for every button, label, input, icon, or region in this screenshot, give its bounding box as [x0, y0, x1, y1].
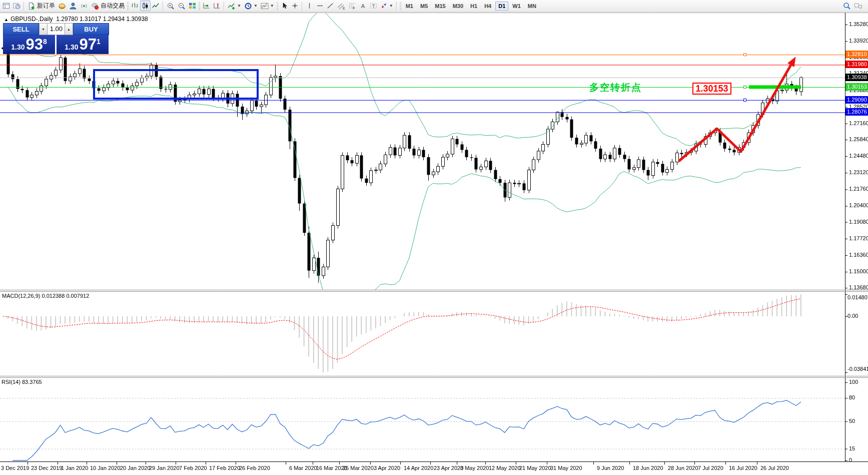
macd-axis-label: 0.014807 — [847, 294, 868, 300]
sell-price-display[interactable]: 1.30 93 8 — [3, 35, 55, 54]
chart-shift-button[interactable] — [212, 1, 222, 11]
timeframe-button-m5[interactable]: M5 — [417, 2, 431, 11]
sell-price-small: 1.30 — [11, 43, 25, 51]
text-button[interactable]: A — [358, 1, 368, 11]
volume-decrease-button[interactable]: ▼ — [39, 23, 48, 35]
caret-up-icon: ▲ — [67, 28, 71, 31]
buy-button[interactable]: BUY — [73, 23, 109, 35]
date-axis-label: 3 Dec 2019 — [1, 465, 29, 471]
candlestick-icon — [142, 2, 149, 10]
chart-canvas[interactable] — [0, 0, 868, 475]
chart-shift-icon — [213, 2, 221, 10]
volume-increase-button[interactable]: ▲ — [65, 23, 73, 35]
timeframe-button-m30[interactable]: M30 — [450, 2, 466, 11]
chevron-down-icon: ▼ — [270, 4, 274, 8]
date-axis-label: 20 Jan 2020 — [120, 465, 151, 471]
price-tag[interactable]: 1.30153 — [692, 83, 731, 95]
rsi-axis-label: 15 — [849, 445, 855, 451]
tile-windows-button[interactable] — [187, 1, 198, 11]
bar-chart-button[interactable] — [130, 1, 140, 11]
sell-button[interactable]: SELL — [3, 23, 39, 35]
timeframe-button-d1[interactable]: D1 — [495, 2, 508, 11]
strategy-tester-button[interactable] — [12, 1, 22, 11]
cursor-icon — [281, 2, 288, 10]
horizontal-line-button[interactable] — [315, 1, 325, 11]
new-order-button[interactable]: 新订单 — [26, 1, 57, 11]
crosshair-button[interactable] — [290, 1, 300, 11]
search-button[interactable] — [841, 1, 852, 11]
timeframe-button-mn[interactable]: MN — [525, 2, 539, 11]
price-axis-label: 1.13680 — [849, 284, 868, 290]
timeframe-button-w1[interactable]: W1 — [509, 2, 524, 11]
autotrading-button[interactable]: 自动交易 — [90, 1, 126, 11]
toolbar-grip — [277, 2, 278, 10]
text-label-button[interactable]: T — [368, 1, 379, 11]
price-level-badge: 1.31980 — [845, 61, 868, 68]
toolbar-grip — [199, 2, 200, 10]
collapse-icon[interactable]: ▲ — [4, 17, 9, 22]
arrows-icon — [380, 2, 388, 10]
trendline-button[interactable] — [325, 1, 336, 11]
volume-stepper: ▼ 1.00 ▲ — [39, 23, 73, 35]
cursor-button[interactable] — [279, 1, 290, 11]
search-icon — [843, 2, 851, 10]
timeframe-button-h1[interactable]: H1 — [467, 2, 480, 11]
sell-price-big: 93 — [26, 36, 43, 53]
buy-price-display[interactable]: 1.30 97 1 — [57, 35, 109, 54]
macd-label: MACD(12,26,9) 0.012388 0.007912 — [2, 293, 89, 299]
zoom-in-icon — [167, 2, 175, 10]
signal-icon — [80, 2, 88, 10]
horizontal-line-icon — [316, 2, 324, 10]
new-order-icon — [28, 2, 36, 10]
periods-button[interactable]: ▼ — [243, 1, 259, 11]
indicators-button[interactable]: ▼ — [226, 1, 243, 11]
timeframe-button-h4[interactable]: H4 — [481, 2, 494, 11]
price-axis-label: 1.33920 — [849, 38, 868, 44]
price-axis-label: 1.15000 — [849, 268, 868, 274]
price-axis-label: 1.20400 — [849, 202, 868, 208]
volume-input[interactable]: 1.00 — [48, 23, 65, 35]
date-axis-label: 12 May 2020 — [489, 465, 521, 471]
auto-scroll-button[interactable] — [201, 1, 212, 11]
date-axis-label: 7 Jul 2020 — [698, 465, 723, 471]
chart-title: ▲GBPUSD-,Daily 1.29780 1.31017 1.29434 1… — [4, 16, 148, 23]
date-axis-label: 3 May 2020 — [460, 465, 489, 471]
vertical-line-icon — [306, 2, 313, 10]
buy-price-big: 97 — [79, 36, 96, 53]
chat-button[interactable] — [852, 1, 864, 11]
timeframe-button-m15[interactable]: M15 — [432, 2, 448, 11]
signals-button[interactable] — [79, 1, 90, 11]
new-chart-button[interactable] — [1, 1, 12, 11]
fibonacci-button[interactable]: F — [347, 1, 358, 11]
candlestick-chart-button[interactable] — [140, 1, 151, 11]
text-a-icon: A — [359, 2, 367, 10]
templates-button[interactable]: ▼ — [259, 1, 276, 11]
community-button[interactable] — [68, 1, 79, 11]
ohlc-values: 1.29780 1.31017 1.29434 1.30938 — [56, 16, 148, 23]
svg-text:A: A — [361, 3, 365, 9]
svg-text:F: F — [353, 7, 355, 10]
chat-icon — [854, 2, 862, 10]
toolbar: 新订单 自动交易 ▼ ▼ ▼ E F A T ▼ — [0, 0, 868, 12]
arrows-button[interactable]: ▼ — [379, 1, 395, 11]
line-chart-button[interactable] — [151, 1, 161, 11]
rsi-axis-label: 50 — [849, 418, 855, 424]
zoom-in-button[interactable] — [165, 1, 176, 11]
vertical-line-button[interactable] — [304, 1, 315, 11]
date-axis-label: 29 Jan 2020 — [149, 465, 180, 471]
date-axis-label: 10 Jan 2020 — [90, 465, 121, 471]
autotrading-label: 自动交易 — [101, 2, 125, 10]
turning-point-text[interactable]: 多空转折点 — [589, 81, 642, 94]
date-axis-label: 16 Jul 2020 — [729, 465, 757, 471]
market-watch-button[interactable] — [57, 1, 68, 11]
macd-axis-label: 0.00 — [847, 313, 858, 319]
price-axis-label: 1.16360 — [849, 252, 868, 258]
date-axis-label: 23 Dec 2019 — [31, 465, 62, 471]
timeframe-button-m1[interactable]: M1 — [403, 2, 416, 11]
template-icon — [261, 2, 269, 10]
zoom-out-button[interactable] — [176, 1, 187, 11]
date-axis-label: 1 Jan 2020 — [61, 465, 88, 471]
caret-down-icon: ▼ — [42, 28, 45, 31]
toolbar-grip — [400, 2, 401, 10]
channel-button[interactable]: E — [336, 1, 347, 11]
